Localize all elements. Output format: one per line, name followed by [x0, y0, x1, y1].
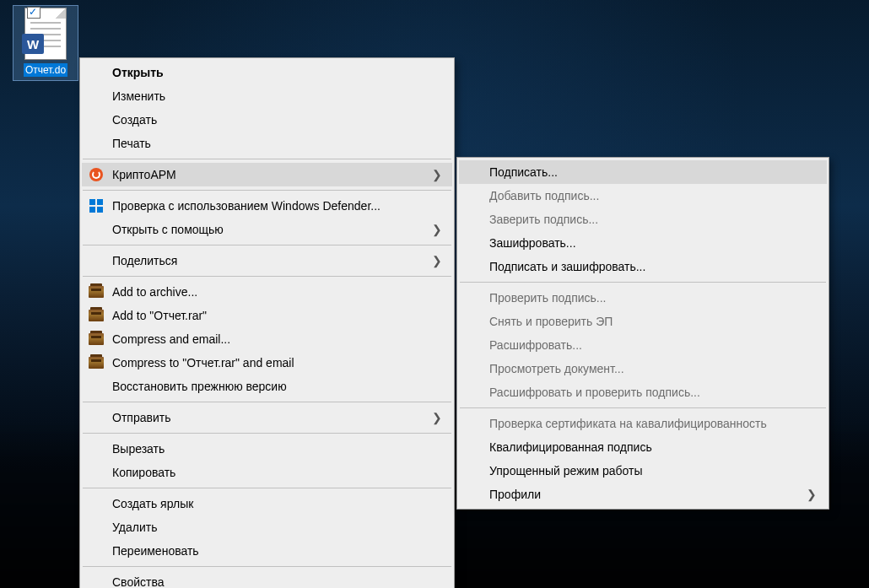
menu-item-label: Проверка с использованием Windows Defend…: [112, 199, 381, 213]
context-menu-cryptoarm[interactable]: Подписать...Добавить подпись...Заверить …: [456, 157, 829, 510]
menu-item-label: Add to "Отчет.rar": [112, 309, 207, 322]
menu-item-restore[interactable]: Восстановить прежнюю версию: [82, 375, 452, 398]
menu-item-removeverify: Снять и проверить ЭП: [459, 310, 827, 333]
menu-item-compresstorar[interactable]: Compress to "Отчет.rar" and email: [82, 351, 452, 375]
menu-item-label: Копировать: [112, 466, 175, 479]
menu-item-rename[interactable]: Переименовать: [82, 539, 452, 563]
menu-item-label: Просмотреть документ...: [489, 362, 624, 375]
menu-item-defender[interactable]: Проверка с использованием Windows Defend…: [82, 194, 452, 218]
chevron-right-icon: ❯: [432, 411, 442, 424]
winrar-icon: [89, 332, 104, 347]
menu-item-verifysig: Проверить подпись...: [459, 286, 827, 310]
context-menu-main[interactable]: ОткрытьИзменитьСоздатьПечатьКриптоАРМ❯Пр…: [79, 57, 455, 588]
word-document-icon: W: [24, 8, 67, 60]
menu-item-sendto[interactable]: Отправить❯: [82, 406, 452, 429]
winrar-icon: [89, 308, 104, 323]
menu-item-label: Упрощенный режим работы: [489, 464, 642, 477]
menu-item-print[interactable]: Печать: [82, 132, 452, 155]
menu-item-label: Переименовать: [112, 544, 199, 558]
menu-item-label: Квалифицированная подпись: [489, 440, 652, 454]
menu-separator: [83, 566, 451, 567]
menu-item-decrypt: Расшифровать...: [459, 333, 827, 357]
menu-separator: [83, 190, 451, 191]
menu-separator: [83, 276, 451, 277]
menu-item-label: Создать: [112, 113, 157, 127]
menu-item-label: Compress to "Отчет.rar" and email: [112, 356, 294, 370]
menu-item-copy[interactable]: Копировать: [82, 461, 452, 484]
menu-item-cryptoarm[interactable]: КриптоАРМ❯: [82, 163, 452, 186]
menu-item-label: Печать: [112, 137, 151, 150]
file-label: Отчет.do: [24, 63, 67, 77]
menu-item-create[interactable]: Создать: [82, 108, 452, 132]
menu-item-signencrypt[interactable]: Подписать и зашифровать...: [459, 255, 827, 278]
menu-item-label: Открыть с помощью: [112, 223, 224, 236]
menu-item-label: Заверить подпись...: [489, 213, 598, 226]
menu-item-label: Изменить: [112, 89, 165, 103]
menu-item-delete[interactable]: Удалить: [82, 515, 452, 539]
menu-item-label: Открыть: [112, 66, 164, 79]
menu-separator: [460, 407, 826, 408]
chevron-right-icon: ❯: [807, 488, 817, 501]
menu-item-compressemail[interactable]: Compress and email...: [82, 327, 452, 351]
menu-item-label: Compress and email...: [112, 332, 230, 346]
menu-item-edit[interactable]: Изменить: [82, 84, 452, 108]
menu-item-shortcut[interactable]: Создать ярлык: [82, 492, 452, 515]
word-badge-icon: W: [22, 34, 44, 54]
checkmark-icon: [27, 7, 40, 19]
menu-separator: [83, 433, 451, 434]
menu-item-sign[interactable]: Подписать...: [459, 160, 827, 184]
menu-item-encrypt[interactable]: Зашифровать...: [459, 231, 827, 255]
menu-item-label: Расшифровать...: [489, 338, 582, 352]
winrar-icon: [89, 355, 104, 370]
menu-item-label: Создать ярлык: [112, 497, 193, 510]
menu-item-addtorar[interactable]: Add to "Отчет.rar": [82, 304, 452, 327]
menu-item-qualsig[interactable]: Квалифицированная подпись: [459, 435, 827, 459]
menu-item-share[interactable]: Поделиться❯: [82, 249, 452, 272]
menu-item-cut[interactable]: Вырезать: [82, 437, 452, 461]
menu-item-openwith[interactable]: Открыть с помощью❯: [82, 218, 452, 241]
menu-item-label: Проверка сертификата на кавалифицированн…: [489, 417, 767, 430]
menu-separator: [83, 402, 451, 402]
menu-item-label: Расшифровать и проверить подпись...: [489, 386, 700, 399]
menu-item-label: Проверить подпись...: [489, 291, 607, 305]
menu-item-addarchive[interactable]: Add to archive...: [82, 280, 452, 304]
menu-item-label: Подписать и зашифровать...: [489, 260, 645, 273]
menu-item-label: Профили: [489, 488, 541, 501]
winrar-icon: [89, 284, 104, 299]
menu-item-decryptverify: Расшифровать и проверить подпись...: [459, 380, 827, 404]
cryptoarm-icon: [89, 167, 104, 182]
menu-item-label: Add to archive...: [112, 285, 197, 299]
menu-item-label: Снять и проверить ЭП: [489, 315, 613, 328]
menu-item-viewdoc: Просмотреть документ...: [459, 357, 827, 380]
menu-separator: [83, 159, 451, 159]
menu-item-label: Подписать...: [489, 165, 558, 179]
menu-separator: [83, 488, 451, 488]
menu-item-label: Добавить подпись...: [489, 189, 599, 202]
menu-item-label: Удалить: [112, 521, 157, 534]
menu-item-label: Свойства: [112, 575, 164, 588]
menu-item-certsig: Заверить подпись...: [459, 208, 827, 231]
menu-item-open[interactable]: Открыть: [82, 61, 452, 84]
chevron-right-icon: ❯: [432, 168, 442, 181]
menu-item-simplemode[interactable]: Упрощенный режим работы: [459, 459, 827, 483]
menu-item-label: Зашифровать...: [489, 236, 576, 250]
menu-separator: [83, 245, 451, 245]
menu-item-checkcert: Проверка сертификата на кавалифицированн…: [459, 412, 827, 435]
menu-item-label: КриптоАРМ: [112, 168, 176, 181]
menu-separator: [460, 282, 826, 283]
chevron-right-icon: ❯: [432, 223, 442, 236]
menu-item-addsig: Добавить подпись...: [459, 184, 827, 208]
chevron-right-icon: ❯: [432, 254, 442, 267]
menu-item-label: Восстановить прежнюю версию: [112, 380, 287, 393]
desktop-file-word[interactable]: W Отчет.do: [13, 5, 78, 81]
menu-item-profiles[interactable]: Профили❯: [459, 483, 827, 506]
menu-item-label: Вырезать: [112, 442, 165, 456]
menu-item-label: Поделиться: [112, 254, 177, 267]
menu-item-label: Отправить: [112, 411, 170, 424]
menu-item-properties[interactable]: Свойства: [82, 570, 452, 588]
defender-shield-icon: [89, 198, 104, 213]
